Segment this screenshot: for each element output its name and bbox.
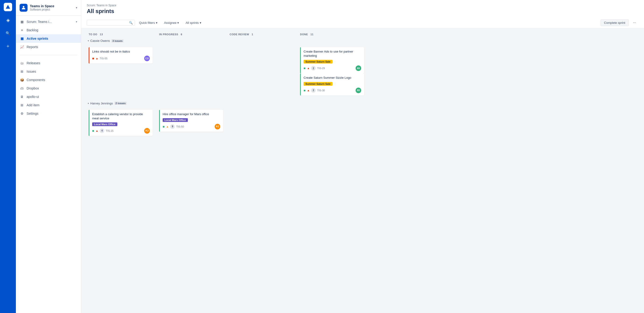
- story-icon-15: ■: [92, 129, 94, 133]
- priority-medium-icon-50: ▲: [166, 125, 169, 128]
- sidebar-nav-primary: ▦ Scrum: Teams i... ▾ ≡ Backlog ▦ Active…: [16, 16, 81, 53]
- group-harvey-columns: Establish a catering vendor to provide m…: [87, 108, 366, 138]
- sprints-icon: ▦: [20, 36, 24, 41]
- group-harvey-count: 2 issues: [114, 102, 127, 105]
- quick-filters-label: Quick filters: [139, 21, 155, 25]
- sidebar-item-scrum[interactable]: ▦ Scrum: Teams i... ▾: [16, 18, 81, 26]
- group-cassie-columns: Links should not be in italics ■ ▲ TIS-5…: [87, 45, 366, 97]
- group-harvey-header[interactable]: ▾ Harvey Jennings 2 issues: [87, 100, 366, 107]
- card-TIS-30-footer: ■ ▲ 2 TIS-30 AV: [304, 88, 361, 93]
- toolbar: 🔍 Quick filters ▾ Assignee ▾ All sprints…: [87, 17, 638, 28]
- card-TIS-29-title: Create Banner Ads to use for partner mar…: [304, 50, 361, 58]
- group-harvey-name: Harvey Jennings: [90, 102, 113, 105]
- sidebar-item-backlog[interactable]: ≡ Backlog: [16, 26, 81, 34]
- all-sprints-button[interactable]: All sprints ▾: [183, 20, 204, 26]
- cassie-codereview-col: [228, 45, 296, 97]
- app-logo[interactable]: [4, 3, 12, 11]
- assignee-button[interactable]: Assignee ▾: [162, 20, 181, 26]
- group-harvey-chevron: ▾: [88, 102, 89, 105]
- priority-high-icon-29: ▲: [307, 67, 310, 70]
- sidebar-item-releases[interactable]: 🗂 Releases: [16, 59, 81, 67]
- sidebar-item-reports-label: Reports: [26, 45, 38, 49]
- card-TIS-29-id: TIS-29: [317, 67, 325, 70]
- sidebar-chevron[interactable]: ▾: [76, 6, 77, 9]
- sidebar-scrum-chevron: ▾: [76, 20, 77, 23]
- card-TIS-30-id: TIS-30: [317, 89, 325, 92]
- all-sprints-chevron: ▾: [200, 21, 201, 25]
- svg-point-1: [23, 6, 24, 8]
- card-TIS-30[interactable]: Create Saturn Summer Sizzle Logo Summer …: [300, 73, 364, 95]
- col-header-todo: TO DO 13: [87, 32, 154, 37]
- card-TIS-50[interactable]: Hire office manager for Mars office Loca…: [159, 110, 223, 132]
- card-TIS-29[interactable]: Create Banner Ads to use for partner mar…: [300, 47, 364, 73]
- card-TIS-50-avatar-wrap: HJ: [215, 124, 220, 129]
- cassie-done-body: Create Banner Ads to use for partner mar…: [298, 45, 366, 97]
- search-input[interactable]: [89, 21, 128, 25]
- col-header-inprogress: IN PROGRESS 6: [157, 32, 225, 37]
- harvey-done-body: [298, 108, 366, 136]
- sidebar-item-add-label: Add item: [26, 103, 40, 107]
- card-TIS-15-avatar: HJ: [144, 128, 150, 134]
- sidebar-item-active-sprints[interactable]: ▦ Active sprints: [16, 34, 81, 43]
- main-content: Scrum: Teams in Space All sprints 🔍 Quic…: [81, 0, 644, 313]
- cassie-inprogress-body: [157, 45, 225, 73]
- story-icon-50: ■: [163, 125, 164, 128]
- add-icon: ⊞: [20, 103, 24, 107]
- sidebar-item-scrum-label: Scrum: Teams i...: [26, 20, 52, 24]
- card-TIS-55-footer-right: CO: [144, 56, 150, 61]
- svg-marker-0: [6, 5, 10, 9]
- card-TIS-50-tag: Local Mars Office: [163, 118, 220, 122]
- board-icon: ▦: [20, 19, 24, 24]
- sidebar-item-apollo[interactable]: 🖥 apollo-ui: [16, 93, 81, 101]
- breadcrumb: Scrum: Teams in Space: [87, 4, 638, 7]
- harvey-done-col: [298, 108, 366, 138]
- summer-saturn-tag-29: Summer Saturn Sale: [304, 60, 332, 64]
- card-TIS-55[interactable]: Links should not be in italics ■ ▲ TIS-5…: [89, 47, 152, 64]
- main-header: Scrum: Teams in Space All sprints 🔍 Quic…: [81, 0, 644, 28]
- sidebar-item-dropbox[interactable]: 🗃 Dropbox: [16, 84, 81, 93]
- search-icon[interactable]: 🔍: [4, 29, 12, 37]
- project-avatar: [20, 4, 28, 12]
- sidebar-nav-secondary: 🗂 Releases ⊞ Issues 📦 Components 🗃 Dropb…: [16, 57, 81, 120]
- card-TIS-55-id: TIS-55: [100, 57, 107, 60]
- story-icon-29: ■: [304, 66, 306, 70]
- card-TIS-30-count: 2: [311, 88, 316, 93]
- card-TIS-29-footer: ■ ▲ 2 TIS-29 AV: [304, 65, 361, 71]
- search-box[interactable]: 🔍: [87, 20, 135, 26]
- summer-saturn-tag-30: Summer Saturn Sale: [304, 82, 332, 86]
- card-TIS-15-avatar-wrap: HJ: [144, 128, 150, 134]
- group-cassie-count: 3 issues: [111, 39, 124, 43]
- complete-sprint-button[interactable]: Complete sprint: [600, 19, 629, 26]
- harvey-todo-body: Establish a catering vendor to provide m…: [87, 108, 154, 138]
- cassie-todo-col: Links should not be in italics ■ ▲ TIS-5…: [87, 45, 154, 97]
- group-cassie-header[interactable]: ▾ Cassie Owens 3 issues: [87, 38, 366, 44]
- col-header-done: DONE 11: [298, 32, 366, 37]
- home-icon[interactable]: ◈: [4, 16, 12, 24]
- sidebar-header: Teams in Space Software project ▾: [16, 0, 81, 16]
- card-TIS-15[interactable]: Establish a catering vendor to provide m…: [89, 110, 152, 136]
- harvey-inprogress-body: Hire office manager for Mars office Loca…: [157, 108, 225, 136]
- harvey-codereview-body: [228, 108, 296, 136]
- sidebar-item-add[interactable]: ⊞ Add item: [16, 101, 81, 109]
- sidebar-item-issues[interactable]: ⊞ Issues: [16, 67, 81, 76]
- sidebar-item-apollo-label: apollo-ui: [26, 95, 39, 99]
- sidebar-item-reports[interactable]: 📈 Reports: [16, 43, 81, 51]
- card-TIS-50-footer: ■ ▲ 9 TIS-50 HJ: [163, 124, 220, 129]
- priority-high-icon: ▲: [96, 57, 98, 60]
- create-icon[interactable]: +: [4, 42, 12, 51]
- quick-filters-chevron: ▾: [156, 21, 158, 25]
- sidebar-item-components[interactable]: 📦 Components: [16, 76, 81, 84]
- card-TIS-29-avatar-wrap: AV: [356, 65, 361, 71]
- more-options-button[interactable]: ···: [631, 19, 638, 26]
- card-TIS-50-count: 9: [170, 124, 175, 129]
- col-header-codereview: CODE REVIEW 1: [228, 32, 296, 37]
- issues-icon: ⊞: [20, 69, 24, 74]
- sidebar: Teams in Space Software project ▾ ▦ Scru…: [16, 0, 81, 313]
- card-TIS-15-title: Establish a catering vendor to provide m…: [92, 112, 150, 121]
- reports-icon: 📈: [20, 45, 24, 49]
- sidebar-item-active-sprints-label: Active sprints: [26, 37, 48, 41]
- sidebar-item-settings[interactable]: ⚙ Settings: [16, 109, 81, 118]
- harvey-codereview-col: [228, 108, 296, 138]
- local-mars-tag-15: Local Mars Office: [92, 122, 117, 126]
- quick-filters-button[interactable]: Quick filters ▾: [137, 20, 160, 26]
